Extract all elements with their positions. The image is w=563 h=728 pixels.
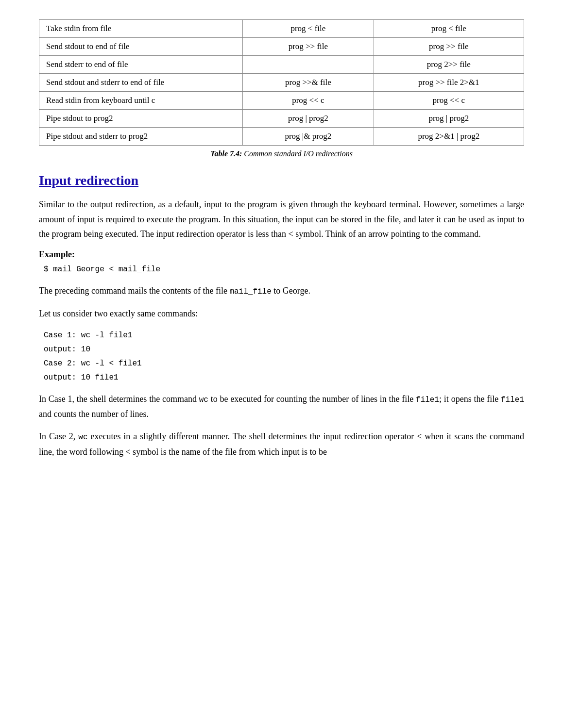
io-redirections-table: Take stdin from fileprog < fileprog < fi… [39,19,524,146]
table-cell-col3: prog 2>&1 | prog2 [374,128,524,146]
para2-code: mail_file [229,287,271,296]
table-cell-col2 [243,56,374,74]
para5-code: wc [78,433,87,442]
code-block-1: $ mail George < mail_file [39,263,524,277]
io-redirections-table-container: Take stdin from fileprog < fileprog < fi… [39,19,524,158]
table-cell-description: Pipe stdout and stderr to prog2 [39,128,243,146]
para4-start: In Case 1, the shell determines the comm… [39,394,199,404]
para4-code1: wc [199,396,208,404]
table-cell-description: Send stdout and stderr to end of file [39,74,243,92]
table-cell-description: Send stdout to end of file [39,38,243,56]
table-cell-col2: prog | prog2 [243,110,374,128]
table-cell-col2: prog >>& file [243,74,374,92]
table-cell-col3: prog < file [374,20,524,38]
table-cell-col2: prog >> file [243,38,374,56]
table-row: Read stdin from keyboard until cprog << … [39,92,524,110]
table-row: Send stderr to end of fileprog 2>> file [39,56,524,74]
table-row: Take stdin from fileprog < fileprog < fi… [39,20,524,38]
para4-mid1: to be executed for counting the number o… [208,394,416,404]
para2-end: to George. [272,286,310,296]
table-caption-text: Common standard I/O redirections [242,149,353,158]
paragraph-4: In Case 1, the shell determines the comm… [39,392,524,422]
table-cell-col2: prog < file [243,20,374,38]
code-line: output: 10 file1 [44,371,524,385]
table-caption-bold: Table 7.4: [210,149,242,158]
table-row: Send stdout to end of fileprog >> filepr… [39,38,524,56]
table-cell-col3: prog 2>> file [374,56,524,74]
paragraph-3: Let us consider two exactly same command… [39,306,524,321]
table-cell-description: Pipe stdout to prog2 [39,110,243,128]
para5-start: In Case 2, [39,431,78,441]
table-cell-col3: prog << c [374,92,524,110]
para4-end: and counts the number of lines. [39,409,149,419]
table-row: Pipe stdout and stderr to prog2prog |& p… [39,128,524,146]
para5-end: executes in a slightly different manner.… [39,431,524,456]
para4-code2: file1 [416,396,439,404]
paragraph-1: Similar to the output redirection, as a … [39,197,524,242]
table-cell-col3: prog >> file [374,38,524,56]
table-cell-description: Read stdin from keyboard until c [39,92,243,110]
table-cell-col2: prog |& prog2 [243,128,374,146]
code-block-2: Case 1: wc -l file1output: 10Case 2: wc … [39,329,524,384]
table-row: Pipe stdout to prog2prog | prog2prog | p… [39,110,524,128]
table-cell-col2: prog << c [243,92,374,110]
code-line: Case 2: wc -l < file1 [44,357,524,371]
para4-code3: file1 [501,396,524,404]
table-caption: Table 7.4: Common standard I/O redirecti… [39,149,524,158]
table-cell-col3: prog | prog2 [374,110,524,128]
table-cell-col3: prog >> file 2>&1 [374,74,524,92]
section-heading: Input redirection [39,173,524,188]
para2-start: The preceding command mails the contents… [39,286,229,296]
page-content: Take stdin from fileprog < fileprog < fi… [39,19,524,459]
table-cell-description: Send stderr to end of file [39,56,243,74]
paragraph-5: In Case 2, wc executes in a slightly dif… [39,429,524,459]
para4-mid2: ; it opens the file [439,394,501,404]
example-heading: Example: [39,249,524,260]
paragraph-2: The preceding command mails the contents… [39,283,524,298]
code-line: output: 10 [44,343,524,357]
table-row: Send stdout and stderr to end of filepro… [39,74,524,92]
table-cell-description: Take stdin from file [39,20,243,38]
code-line-1: $ mail George < mail_file [44,263,524,277]
code-line: Case 1: wc -l file1 [44,329,524,343]
